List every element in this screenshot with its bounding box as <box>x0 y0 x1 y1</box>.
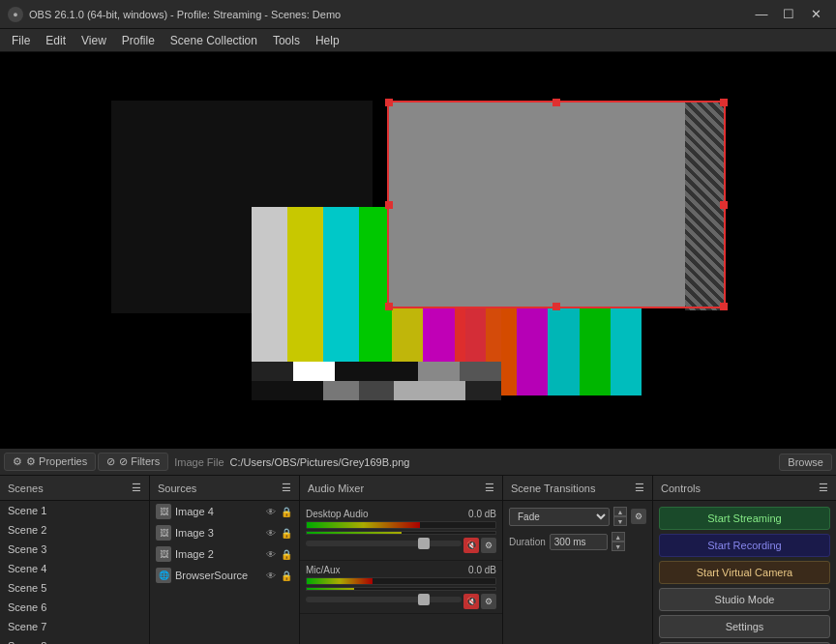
source-type-icon-3: 🌐 <box>156 568 171 583</box>
transitions-menu-icon[interactable]: ☰ <box>635 482 644 494</box>
sources-list: 🖼Image 4👁🔒🖼Image 3👁🔒🖼Image 2👁🔒🌐BrowserSo… <box>150 501 299 644</box>
start-virtual-camera-button[interactable]: Start Virtual Camera <box>659 561 830 584</box>
menu-view[interactable]: View <box>74 31 114 50</box>
source-item-2[interactable]: 🖼Image 2👁🔒 <box>150 543 299 565</box>
mic-audio-settings[interactable]: ⚙ <box>481 594 496 609</box>
maximize-button[interactable]: ☐ <box>776 4 801 25</box>
scene-item-6[interactable]: Scene 6 <box>0 598 149 617</box>
desktop-fader-knob[interactable] <box>418 538 430 549</box>
start-recording-button[interactable]: Start Recording <box>659 534 830 557</box>
scene-item-7[interactable]: Scene 7 <box>0 617 149 636</box>
mic-aux-meter-fill <box>307 578 373 584</box>
duration-label: Duration <box>509 537 546 547</box>
source-visibility-1[interactable]: 👁 <box>264 526 278 540</box>
mic-aux-channel: Mic/Aux 0.0 dB 🔇 ⚙ <box>300 561 502 614</box>
image-file-label: Image File <box>170 456 227 468</box>
settings-button[interactable]: Settings <box>659 615 830 638</box>
duration-arrows: ▲ ▼ <box>612 532 625 551</box>
desktop-fader-row: 🔇 ⚙ <box>306 538 496 553</box>
transition-settings-button[interactable]: ⚙ <box>631 509 646 524</box>
scene-item-2[interactable]: Scene 2 <box>0 520 149 540</box>
sources-header: Sources ☰ <box>150 476 299 501</box>
duration-up-button[interactable]: ▲ <box>612 532 625 542</box>
desktop-audio-channel: Desktop Audio 0.0 dB 🔇 ⚙ <box>300 505 502 561</box>
minimize-button[interactable]: — <box>749 4 774 25</box>
sources-menu-icon[interactable]: ☰ <box>282 482 291 494</box>
transition-arrows: ▲ ▼ <box>613 507 627 526</box>
mic-second-meter <box>306 587 496 591</box>
source-item-3[interactable]: 🌐BrowserSource👁🔒 <box>150 565 299 586</box>
studio-mode-button[interactable]: Studio Mode <box>659 588 830 611</box>
window-controls: — ☐ ✕ <box>749 4 828 25</box>
transitions-header: Scene Transitions ☰ <box>503 476 652 501</box>
audio-menu-icon[interactable]: ☰ <box>485 482 494 494</box>
source-visibility-2[interactable]: 👁 <box>264 547 278 561</box>
source-type-icon-0: 🖼 <box>156 504 171 519</box>
source-type-icon-1: 🖼 <box>156 525 171 541</box>
source-lock-1[interactable]: 🔒 <box>280 526 293 540</box>
filter-icon: ⊘ <box>106 455 115 468</box>
mic-fader-knob[interactable] <box>418 594 430 605</box>
transition-down-button[interactable]: ▼ <box>613 516 627 526</box>
menu-profile[interactable]: Profile <box>114 31 163 50</box>
transition-type-row: Fade Cut Swipe Slide ▲ ▼ ⚙ <box>509 507 646 526</box>
image-path: C:/Users/OBS/Pictures/Grey169B.png <box>230 456 778 468</box>
desktop-audio-settings[interactable]: ⚙ <box>481 538 496 553</box>
mic-fader-row: 🔇 ⚙ <box>306 594 496 609</box>
gear-icon: ⚙ <box>13 455 22 468</box>
desktop-mute-button[interactable]: 🔇 <box>463 538 479 553</box>
app-icon: ● <box>8 7 23 22</box>
preview-area <box>0 52 836 449</box>
source-lock-2[interactable]: 🔒 <box>280 547 293 561</box>
controls-header: Controls ☰ <box>653 476 836 501</box>
scene-item-1[interactable]: Scene 1 <box>0 501 149 520</box>
source-lock-3[interactable]: 🔒 <box>280 569 293 582</box>
desktop-audio-label: Desktop Audio 0.0 dB <box>306 509 496 519</box>
start-streaming-button[interactable]: Start Streaming <box>659 507 830 530</box>
window-title: OBS 26.1.0 (64-bit, windows) - Profile: … <box>29 9 749 20</box>
menubar: File Edit View Profile Scene Collection … <box>0 29 836 52</box>
desktop-audio-second-meter <box>306 531 496 535</box>
browse-button[interactable]: Browse <box>779 454 832 471</box>
duration-input[interactable] <box>550 534 608 550</box>
preview-canvas <box>111 101 726 444</box>
scene-item-3[interactable]: Scene 3 <box>0 540 149 559</box>
mic-fader[interactable] <box>306 597 462 602</box>
close-button[interactable]: ✕ <box>803 4 828 25</box>
desktop-fader[interactable] <box>306 541 462 546</box>
panels: Scenes ☰ Scene 1Scene 2Scene 3Scene 4Sce… <box>0 476 836 644</box>
sources-panel: Sources ☰ 🖼Image 4👁🔒🖼Image 3👁🔒🖼Image 2👁🔒… <box>150 476 300 644</box>
scenes-panel: Scenes ☰ Scene 1Scene 2Scene 3Scene 4Sce… <box>0 476 150 644</box>
scenes-menu-icon[interactable]: ☰ <box>132 482 141 494</box>
duration-down-button[interactable]: ▼ <box>612 542 625 551</box>
source-visibility-3[interactable]: 👁 <box>264 569 278 582</box>
source-visibility-0[interactable]: 👁 <box>264 505 278 518</box>
controls-content: Start Streaming Start Recording Start Vi… <box>653 501 836 644</box>
scene-item-8[interactable]: Scene 8 <box>0 636 149 644</box>
controls-panel: Controls ☰ Start Streaming Start Recordi… <box>653 476 836 644</box>
mic-aux-label: Mic/Aux 0.0 dB <box>306 565 496 575</box>
desktop-audio-meter <box>306 521 496 529</box>
controls-menu-icon[interactable]: ☰ <box>819 482 828 494</box>
scene-item-5[interactable]: Scene 5 <box>0 578 149 598</box>
menu-file[interactable]: File <box>4 31 38 50</box>
menu-scene-collection[interactable]: Scene Collection <box>163 31 265 50</box>
properties-tab[interactable]: ⚙ ⚙ Properties <box>4 453 96 471</box>
filters-tab[interactable]: ⊘ ⊘ Filters <box>98 453 168 471</box>
menu-help[interactable]: Help <box>308 31 347 50</box>
transition-up-button[interactable]: ▲ <box>613 507 627 516</box>
source-lock-0[interactable]: 🔒 <box>280 505 293 518</box>
menu-tools[interactable]: Tools <box>265 31 308 50</box>
mic-mute-button[interactable]: 🔇 <box>463 594 479 609</box>
transition-type-select[interactable]: Fade Cut Swipe Slide <box>509 508 610 526</box>
source-item-0[interactable]: 🖼Image 4👁🔒 <box>150 501 299 522</box>
transition-duration-row: Duration ▲ ▼ <box>509 532 646 551</box>
desktop-audio-meter-fill <box>307 522 420 528</box>
menu-edit[interactable]: Edit <box>38 31 74 50</box>
transitions-content: Fade Cut Swipe Slide ▲ ▼ ⚙ Duration ▲ ▼ <box>503 501 652 557</box>
source-item-1[interactable]: 🖼Image 3👁🔒 <box>150 522 299 543</box>
scenes-list: Scene 1Scene 2Scene 3Scene 4Scene 5Scene… <box>0 501 149 644</box>
source-type-icon-2: 🖼 <box>156 546 171 562</box>
scene-item-4[interactable]: Scene 4 <box>0 559 149 578</box>
mic-aux-meter <box>306 577 496 585</box>
